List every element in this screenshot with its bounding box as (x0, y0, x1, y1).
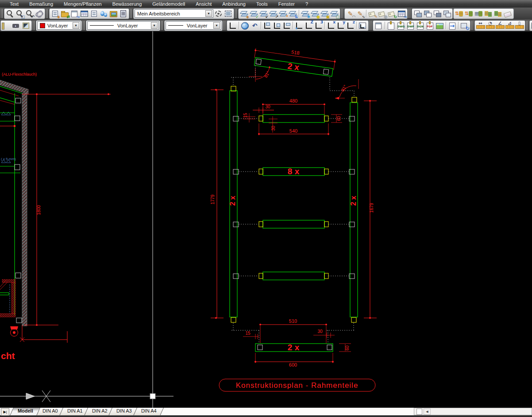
clipped-icon[interactable] (2, 21, 11, 30)
layer-walk-icon[interactable]: ◈ (239, 9, 249, 18)
quickcalc-icon[interactable] (119, 9, 128, 18)
layer-new-icon[interactable]: * (278, 9, 288, 18)
lineweight-dropdown[interactable]: VonLayer ▼ (166, 21, 221, 30)
review-markups-icon[interactable] (99, 9, 108, 18)
ucs-rotate-x-icon[interactable]: x (326, 21, 335, 30)
measure-radius-icon[interactable]: ◔ (486, 21, 495, 30)
sketch-ellipse-icon[interactable]: ✎◠ (346, 9, 355, 18)
toolbar-grip[interactable] (224, 21, 226, 30)
toolbar-grip[interactable] (341, 9, 343, 18)
crossbar-8x[interactable]: 8 x (239, 167, 349, 176)
attach-dwf-icon[interactable]: DWF (406, 21, 415, 30)
toolbar-grip[interactable] (409, 9, 411, 18)
send-to-back-icon[interactable] (423, 9, 432, 18)
menu-tools[interactable]: Tools (251, 1, 273, 7)
svg-text:60[interactable]: 60 (336, 116, 341, 121)
menu-mengen-pflanzen[interactable]: Mengen/Pflanzen (58, 1, 107, 7)
svg-text:1779[interactable]: 1779 (210, 194, 215, 204)
clamp-triangles[interactable] (1, 112, 11, 163)
color-dropdown[interactable]: VonLayer ▼ (37, 21, 81, 30)
layer-state-icon[interactable]: ⇅ (288, 9, 297, 18)
crossbar-1[interactable] (239, 115, 349, 122)
text-to-front-icon[interactable] (484, 9, 493, 18)
crossbar-4[interactable] (239, 272, 349, 280)
layer-match-icon[interactable]: ✓ (249, 9, 258, 18)
tag-update-icon[interactable]: ↻ (387, 9, 397, 18)
dimension-600[interactable]: 600 (254, 353, 334, 367)
toolbar-grip[interactable] (130, 9, 132, 18)
ucs-z-axis-icon[interactable]: Z (304, 21, 313, 30)
svg-text:1800[interactable]: 1800 (36, 205, 41, 215)
layer-make-current-icon[interactable]: ↗ (269, 9, 278, 18)
toolbar-grip[interactable] (83, 21, 85, 30)
svg-text:480[interactable]: 480 (289, 98, 297, 103)
bottom-bar-qty[interactable]: 2 x (288, 343, 300, 352)
svg-text:15[interactable]: 15 (245, 331, 251, 336)
dimension-60-right[interactable]: 60 (331, 115, 342, 122)
annotation-scale-icon[interactable]: ▦ (474, 9, 483, 18)
eraser-icon[interactable] (503, 9, 513, 18)
dimension-540[interactable]: 540 (258, 123, 329, 135)
ucs-object-icon[interactable] (262, 21, 272, 30)
svg-text:600[interactable]: 600 (289, 362, 297, 367)
layer-previous-icon[interactable]: ↙ (259, 9, 268, 18)
grip-square[interactable] (150, 394, 155, 399)
menu-gel-ndemodell[interactable]: Geländemodell (147, 1, 190, 7)
properties-palette-icon[interactable]: ◈ (50, 9, 60, 18)
dimension-1679[interactable]: 1679 (364, 100, 377, 319)
toolbar-grip[interactable] (46, 9, 48, 18)
field-table-icon[interactable]: → (397, 9, 406, 18)
import-icon[interactable]: → (447, 21, 457, 30)
orbit-icon[interactable] (35, 9, 44, 18)
attach-dwg-icon[interactable]: DWG (396, 21, 405, 30)
chevron-down-icon[interactable]: ▼ (213, 22, 220, 29)
horizontal-scrollbar[interactable]: ◀ (414, 408, 532, 415)
view-caption[interactable]: cht (1, 351, 15, 361)
draworder-objects-icon[interactable]: ⇅ (464, 9, 474, 18)
layer-lock-icon[interactable]: ▣ (320, 9, 329, 18)
svg-text:15[interactable]: 15 (243, 113, 248, 118)
svg-text:30[interactable]: 30 (271, 126, 276, 131)
caster-wheel[interactable] (10, 326, 18, 337)
toolbar-grip[interactable] (370, 21, 372, 30)
menu-ansicht[interactable]: Ansicht (190, 1, 217, 7)
dimension-60-b[interactable]: 60 (339, 344, 351, 352)
designcenter-icon[interactable]: ⇄ (60, 9, 69, 18)
crossbar-qty[interactable]: 8 x (288, 167, 300, 176)
crossbar-3[interactable] (239, 220, 349, 228)
top-bar-qty[interactable]: 2 x (287, 61, 300, 73)
bring-to-front-icon[interactable] (413, 9, 422, 18)
toolbar-grip[interactable] (33, 21, 35, 30)
zoom-previous-icon[interactable]: ↶ (25, 9, 34, 18)
left-rail-qty[interactable]: 2 x (229, 196, 236, 206)
page-title[interactable]: Konstruktionsplan - Rahmenteile (236, 381, 359, 390)
model-space-canvas[interactable]: (ALU-Flexschlauch) 1800 ( x 5 mm) (0, 31, 532, 408)
angle-right[interactable]: 81° (335, 79, 359, 99)
menu-fenster[interactable]: Fenster (273, 1, 300, 7)
external-reference-icon[interactable] (374, 21, 383, 30)
toolbar-grip[interactable] (161, 21, 163, 30)
measure-volume-icon[interactable]: ▯ (515, 21, 524, 30)
svg-text:60[interactable]: 60 (345, 345, 350, 351)
toolpalettes-icon[interactable] (80, 9, 89, 18)
tab-nav-button[interactable]: ▶| (1, 408, 9, 416)
ucs-rotate-z-icon[interactable]: z (346, 21, 355, 30)
ucs-face-icon[interactable] (272, 21, 281, 30)
roof-hatch[interactable] (0, 80, 28, 94)
svg-text:540[interactable]: 540 (289, 128, 297, 134)
dimension-15-b[interactable]: 15 (243, 331, 259, 339)
ucs-view-icon[interactable] (282, 21, 291, 30)
zoom-window-icon[interactable]: □ (15, 9, 24, 18)
menu--[interactable]: ? (300, 1, 313, 7)
toolbar-grip[interactable] (471, 21, 474, 30)
svg-text:81°[interactable]: 81° (263, 70, 270, 79)
wall-column-hatch[interactable] (22, 93, 27, 326)
render-camera-icon[interactable] (12, 21, 21, 30)
chevron-down-icon[interactable]: ▼ (73, 22, 79, 29)
angle-left[interactable]: 81° (249, 66, 271, 82)
bottom-bar[interactable]: 2 x (255, 343, 333, 352)
drawing-title[interactable]: Konstruktionsplan - Rahmenteile (219, 379, 375, 391)
toolbar-grip[interactable] (235, 9, 237, 18)
ucs-previous-icon[interactable]: ↶ (250, 21, 259, 30)
dimension-1800[interactable]: 1800 (22, 93, 111, 326)
